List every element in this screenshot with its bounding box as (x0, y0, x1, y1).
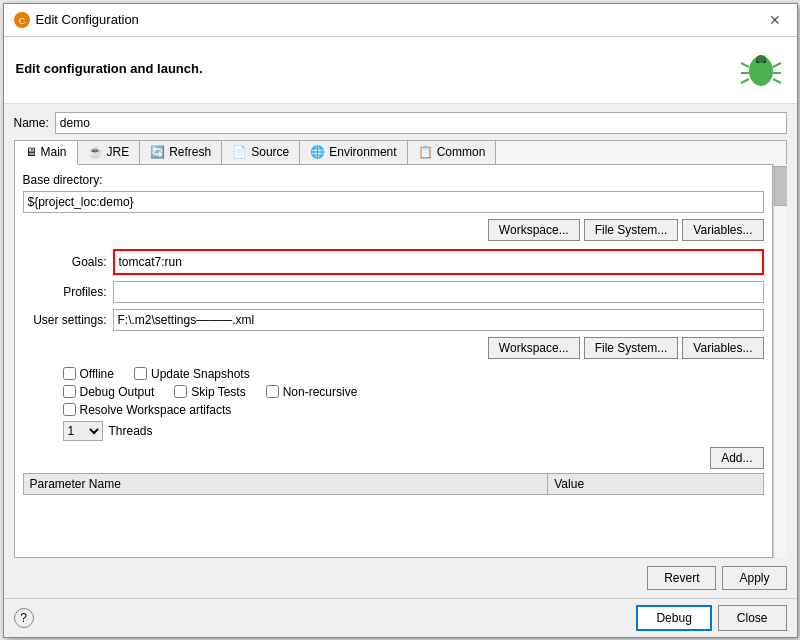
threads-select[interactable]: 1 2 4 (63, 421, 103, 441)
profiles-input[interactable] (113, 281, 764, 303)
profiles-label: Profiles: (23, 285, 113, 299)
param-value-header: Value (548, 473, 763, 494)
main-tab-label: Main (41, 145, 67, 159)
user-settings-label: User settings: (23, 313, 113, 327)
goals-label: Goals: (23, 255, 113, 269)
tabs-bar: 🖥 Main ☕ JRE 🔄 Refresh 📄 Source 🌐 Enviro… (14, 140, 787, 164)
workspace-button-2[interactable]: Workspace... (488, 337, 580, 359)
add-parameter-button[interactable]: Add... (710, 447, 763, 469)
params-section: Add... Parameter Name Value (23, 447, 764, 495)
variables-button-2[interactable]: Variables... (682, 337, 763, 359)
goals-wrapper (113, 249, 764, 275)
add-btn-wrapper: Add... (23, 447, 764, 469)
environment-tab-icon: 🌐 (310, 145, 325, 159)
base-directory-input[interactable] (23, 191, 764, 213)
threads-label: Threads (109, 424, 153, 438)
non-recursive-checkbox[interactable] (266, 385, 279, 398)
name-label: Name: (14, 116, 49, 130)
revert-button[interactable]: Revert (647, 566, 716, 590)
tab-content-wrapper: Base directory: Workspace... File System… (14, 164, 787, 558)
common-tab-label: Common (437, 145, 486, 159)
subtitle-text: Edit configuration and launch. (16, 61, 203, 76)
non-recursive-label: Non-recursive (283, 385, 358, 399)
main-tab-icon: 🖥 (25, 145, 37, 159)
refresh-tab-icon: 🔄 (150, 145, 165, 159)
title-bar-left: C Edit Configuration (14, 12, 139, 28)
offline-checkbox-label[interactable]: Offline (63, 367, 114, 381)
content-area: Name: 🖥 Main ☕ JRE 🔄 Refresh 📄 Source � (4, 104, 797, 558)
common-tab-icon: 📋 (418, 145, 433, 159)
name-input[interactable] (55, 112, 787, 134)
close-titlebar-button[interactable]: ✕ (763, 10, 787, 30)
tab-source[interactable]: 📄 Source (222, 141, 300, 164)
filesystem-button-2[interactable]: File System... (584, 337, 679, 359)
tab-main[interactable]: 🖥 Main (15, 141, 78, 165)
tab-environment[interactable]: 🌐 Environment (300, 141, 407, 164)
tab-main-content: Base directory: Workspace... File System… (14, 164, 773, 558)
bottom-buttons-row: Revert Apply (4, 558, 797, 598)
jre-tab-icon: ☕ (88, 145, 103, 159)
tab-common[interactable]: 📋 Common (408, 141, 497, 164)
source-tab-label: Source (251, 145, 289, 159)
svg-line-11 (773, 79, 781, 83)
resolve-workspace-label: Resolve Workspace artifacts (80, 403, 232, 417)
goals-row: Goals: (23, 249, 764, 275)
svg-point-12 (756, 55, 766, 63)
debug-output-checkbox-label[interactable]: Debug Output (63, 385, 155, 399)
svg-line-6 (741, 63, 749, 67)
name-row: Name: (14, 112, 787, 134)
tab-jre[interactable]: ☕ JRE (78, 141, 141, 164)
very-bottom-bar: ? Debug Close (4, 598, 797, 637)
update-snapshots-label: Update Snapshots (151, 367, 250, 381)
base-directory-label: Base directory: (23, 173, 764, 187)
variables-button-1[interactable]: Variables... (682, 219, 763, 241)
debug-output-label: Debug Output (80, 385, 155, 399)
workspace-button-1[interactable]: Workspace... (488, 219, 580, 241)
svg-text:C: C (18, 16, 25, 26)
help-button[interactable]: ? (14, 608, 34, 628)
threads-row: 1 2 4 Threads (23, 421, 764, 441)
user-settings-row: User settings: (23, 309, 764, 331)
checkbox-row-2: Debug Output Skip Tests Non-recursive (23, 385, 764, 399)
debug-output-checkbox[interactable] (63, 385, 76, 398)
update-snapshots-checkbox-label[interactable]: Update Snapshots (134, 367, 250, 381)
base-dir-btn-row: Workspace... File System... Variables... (23, 219, 764, 241)
non-recursive-checkbox-label[interactable]: Non-recursive (266, 385, 358, 399)
resolve-workspace-checkbox-label[interactable]: Resolve Workspace artifacts (63, 403, 232, 417)
offline-label: Offline (80, 367, 114, 381)
svg-line-9 (773, 63, 781, 67)
debug-close-btns: Debug Close (636, 605, 786, 631)
skip-tests-checkbox[interactable] (174, 385, 187, 398)
goals-input[interactable] (115, 251, 762, 273)
tab-refresh[interactable]: 🔄 Refresh (140, 141, 222, 164)
user-settings-btn-row: Workspace... File System... Variables... (23, 337, 764, 359)
apply-button[interactable]: Apply (722, 566, 786, 590)
close-dialog-button[interactable]: Close (718, 605, 787, 631)
param-name-header: Parameter Name (23, 473, 548, 494)
resolve-workspace-checkbox[interactable] (63, 403, 76, 416)
checkbox-row-1: Offline Update Snapshots (23, 367, 764, 381)
user-settings-input[interactable] (113, 309, 764, 331)
offline-checkbox[interactable] (63, 367, 76, 380)
scrollbar-thumb[interactable] (774, 166, 787, 206)
bug-icon (737, 45, 785, 93)
refresh-tab-label: Refresh (169, 145, 211, 159)
update-snapshots-checkbox[interactable] (134, 367, 147, 380)
checkbox-row-3: Resolve Workspace artifacts (23, 403, 764, 417)
skip-tests-label: Skip Tests (191, 385, 245, 399)
edit-configuration-dialog: C Edit Configuration ✕ Edit configuratio… (3, 3, 798, 638)
dialog-title: Edit Configuration (36, 12, 139, 27)
profiles-row: Profiles: (23, 281, 764, 303)
environment-tab-label: Environment (329, 145, 396, 159)
jre-tab-label: JRE (107, 145, 130, 159)
subtitle-bar: Edit configuration and launch. (4, 37, 797, 104)
svg-line-8 (741, 79, 749, 83)
source-tab-icon: 📄 (232, 145, 247, 159)
debug-button[interactable]: Debug (636, 605, 711, 631)
scrollbar-track[interactable] (773, 164, 787, 558)
title-bar: C Edit Configuration ✕ (4, 4, 797, 37)
dialog-icon: C (14, 12, 30, 28)
skip-tests-checkbox-label[interactable]: Skip Tests (174, 385, 245, 399)
params-table: Parameter Name Value (23, 473, 764, 495)
filesystem-button-1[interactable]: File System... (584, 219, 679, 241)
